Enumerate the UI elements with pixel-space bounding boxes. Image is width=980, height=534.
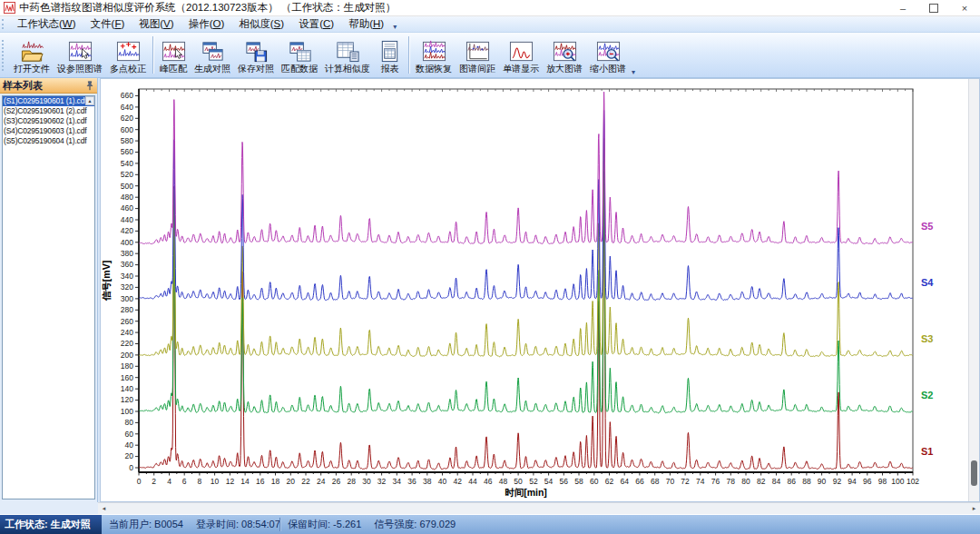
svg-text:信号[mV]: 信号[mV] xyxy=(101,261,112,302)
zoom-out-button[interactable]: 缩小图谱 xyxy=(586,33,630,77)
svg-text:98: 98 xyxy=(878,477,887,486)
menu-drag-handle[interactable] xyxy=(2,19,7,30)
svg-text:58: 58 xyxy=(574,477,583,486)
sample-list-item[interactable]: (S4)C0295190603 (1).cdf xyxy=(3,126,94,136)
hscroll-left-arrow-icon[interactable]: ◂ xyxy=(98,503,110,514)
svg-text:48: 48 xyxy=(499,477,508,486)
save-reference-button[interactable]: 保存对照 xyxy=(234,33,278,77)
svg-text:28: 28 xyxy=(347,477,356,486)
svg-text:180: 180 xyxy=(121,361,133,371)
menu-item-s[interactable]: 相似度(S) xyxy=(231,16,291,32)
data-restore-button[interactable]: 数据恢复 xyxy=(412,33,456,77)
sample-panel: 样本列表 (S1)C0295190601 (1).cdf(S2)C0295190… xyxy=(0,78,98,502)
sample-list-item[interactable]: (S1)C0295190601 (1).cdf xyxy=(3,96,94,106)
pin-icon[interactable] xyxy=(85,81,94,91)
svg-text:26: 26 xyxy=(332,477,341,486)
svg-text:500: 500 xyxy=(121,182,133,191)
svg-text:80: 80 xyxy=(125,418,134,427)
svg-text:240: 240 xyxy=(121,328,133,337)
menu-item-f[interactable]: 文件(F) xyxy=(83,16,132,32)
svg-text:660: 660 xyxy=(121,91,133,100)
multi-point-calibration-button[interactable]: 多点校正 xyxy=(106,33,150,77)
toolbar-button-label: 计算相似度 xyxy=(325,64,370,74)
zoom-in-button[interactable]: 放大图谱 xyxy=(543,33,586,77)
chart-panel: 0246810121416182022242628303234363840424… xyxy=(100,78,980,502)
calc-similarity-button[interactable]: 计算相似度 xyxy=(321,33,374,77)
svg-text:540: 540 xyxy=(121,159,133,168)
status-mode: 工作状态: 生成对照 xyxy=(0,515,102,534)
sample-list-item[interactable]: (S2)C0295190601 (2).cdf xyxy=(3,106,94,116)
menu-item-w[interactable]: 工作状态(W) xyxy=(10,16,83,32)
svg-text:620: 620 xyxy=(121,114,133,123)
toolbar: 打开文件设参照图谱多点校正峰匹配生成对照保存对照匹配数据计算相似度报表数据恢复图… xyxy=(0,33,980,78)
spectra-spacing-icon xyxy=(466,39,490,64)
svg-text:38: 38 xyxy=(423,477,432,486)
svg-text:62: 62 xyxy=(605,477,614,486)
sample-list-item[interactable]: (S5)C0295190604 (1).cdf xyxy=(3,136,94,146)
menu-item-v[interactable]: 视图(V) xyxy=(132,16,181,32)
menu-item-o[interactable]: 操作(O) xyxy=(181,16,232,32)
svg-text:66: 66 xyxy=(635,477,644,486)
peak-match-button[interactable]: 峰匹配 xyxy=(156,33,191,77)
maximize-icon xyxy=(929,4,938,13)
vertical-scrollbar[interactable] xyxy=(968,79,979,501)
sample-list-scroll-up-icon[interactable]: ▲ xyxy=(85,96,94,105)
svg-text:54: 54 xyxy=(544,477,554,486)
svg-text:时间[min]: 时间[min] xyxy=(505,487,547,498)
generate-reference-button[interactable]: 生成对照 xyxy=(191,33,234,77)
svg-text:0: 0 xyxy=(129,463,133,472)
chromatogram-chart[interactable]: 0246810121416182022242628303234363840424… xyxy=(101,79,968,505)
menu-item-c[interactable]: 设置(C) xyxy=(291,16,341,32)
match-data-icon xyxy=(288,39,312,64)
title-bar: 中药色谱指纹图谱相似度评价系统（2012.130723版本） （工作状态：生成对… xyxy=(0,0,980,16)
svg-text:88: 88 xyxy=(802,477,811,486)
svg-text:90: 90 xyxy=(818,477,827,486)
svg-text:380: 380 xyxy=(121,249,133,258)
svg-text:78: 78 xyxy=(727,477,736,486)
toolbar-separator xyxy=(152,36,153,74)
generate-reference-icon xyxy=(201,39,225,64)
menubar-overflow-icon[interactable]: ▾ xyxy=(393,23,399,32)
sample-list-item[interactable]: (S3)C0295190602 (1).cdf xyxy=(3,116,94,126)
open-file-button[interactable]: 打开文件 xyxy=(10,33,54,77)
status-user: 当前用户: B0054 xyxy=(109,518,183,531)
svg-text:8: 8 xyxy=(198,477,202,486)
app-icon xyxy=(4,2,15,14)
report-button[interactable]: 报表 xyxy=(374,33,406,77)
toolbar-overflow-icon[interactable]: ▾ xyxy=(632,68,638,77)
svg-text:480: 480 xyxy=(121,193,133,202)
open-file-icon xyxy=(20,39,44,64)
set-reference-button[interactable]: 设参照图谱 xyxy=(54,33,106,77)
svg-text:96: 96 xyxy=(863,477,872,486)
svg-text:92: 92 xyxy=(833,477,842,486)
svg-text:50: 50 xyxy=(514,477,523,486)
svg-text:60: 60 xyxy=(590,477,599,486)
svg-text:600: 600 xyxy=(121,125,133,134)
svg-text:86: 86 xyxy=(787,477,796,486)
svg-text:160: 160 xyxy=(121,373,133,382)
horizontal-scrollbar[interactable]: ◂ ▸ xyxy=(98,502,980,514)
minimize-button[interactable]: – xyxy=(887,0,918,15)
match-data-button[interactable]: 匹配数据 xyxy=(278,33,321,77)
menu-item-h[interactable]: 帮助(H) xyxy=(341,16,391,32)
minimize-icon: – xyxy=(900,3,906,14)
zoom-out-icon xyxy=(596,39,621,64)
vscroll-thumb[interactable] xyxy=(971,460,977,486)
menu-item-label: 文件(F) xyxy=(91,17,125,31)
svg-text:14: 14 xyxy=(240,477,250,486)
single-spectrum-button[interactable]: 单谱显示 xyxy=(499,33,543,77)
hscroll-right-arrow-icon[interactable]: ▸ xyxy=(968,503,980,514)
svg-text:52: 52 xyxy=(529,477,538,486)
svg-text:32: 32 xyxy=(377,477,387,486)
close-button[interactable]: × xyxy=(949,0,980,15)
maximize-button[interactable] xyxy=(918,0,949,15)
spectra-spacing-button[interactable]: 图谱间距 xyxy=(456,33,499,77)
svg-text:320: 320 xyxy=(121,282,133,292)
toolbar-drag-handle[interactable] xyxy=(2,40,7,71)
svg-text:140: 140 xyxy=(121,384,133,393)
series-label-S5: S5 xyxy=(921,221,933,232)
save-reference-icon xyxy=(244,39,269,64)
toolbar-button-label: 单谱显示 xyxy=(503,64,539,74)
menu-item-label: 设置(C) xyxy=(299,17,334,31)
toolbar-button-label: 打开文件 xyxy=(14,64,50,74)
